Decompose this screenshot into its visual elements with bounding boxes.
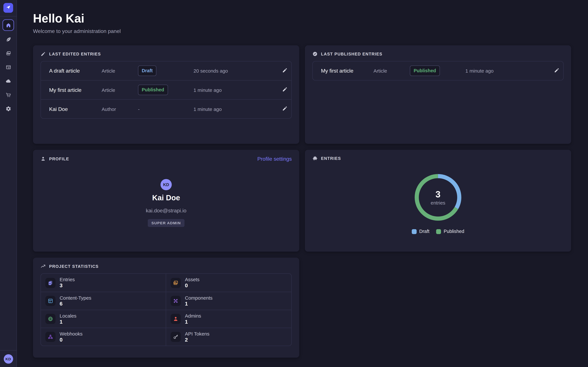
profile-settings-link[interactable]: Profile settings (257, 156, 292, 162)
stat-cell: Assets 0 (166, 274, 291, 292)
last-edited-entries-header: LAST EDITED ENTRIES (41, 51, 292, 57)
last-published-entries-table: My first article Article Published 1 min… (312, 61, 564, 80)
sidebar-nav (3, 19, 14, 114)
status-badge: Published (410, 66, 440, 76)
check-circle-icon (312, 51, 318, 57)
stat-cell: Content-Types 6 (41, 292, 166, 310)
sidebar-item-content-type-builder[interactable] (3, 62, 13, 72)
trend-up-icon (41, 264, 46, 269)
stat-cell: Admins 1 (166, 310, 291, 328)
empty-grid-cell (305, 258, 571, 358)
project-statistics-title: PROJECT STATISTICS (49, 264, 99, 269)
layout-grid-icon (48, 298, 53, 304)
entry-time: 1 minute ago (465, 68, 549, 74)
stat-label: Locales (60, 313, 77, 318)
entry-type: Article (373, 68, 410, 74)
entry-row[interactable]: A draft article Article Draft 20 seconds… (41, 61, 291, 80)
stat-value: 1 (185, 318, 201, 325)
stat-label: Entries (60, 277, 75, 282)
user-avatar[interactable]: KD (4, 354, 13, 364)
stat-icon-tile (171, 332, 181, 342)
published-swatch (436, 229, 441, 234)
entry-row[interactable]: My first article Article Published 1 min… (41, 80, 291, 99)
entry-status-cell: - (138, 106, 194, 112)
layout-icon (5, 64, 11, 70)
last-published-entries-header: LAST PUBLISHED ENTRIES (312, 51, 564, 57)
entries-header: ENTRIES (312, 156, 564, 161)
cart-icon (5, 92, 11, 98)
gear-icon (5, 106, 11, 111)
profile-name: Kai Doe (152, 194, 180, 202)
edit-entry-button[interactable] (277, 86, 288, 93)
entry-name: My first article (49, 87, 102, 93)
home-icon (5, 22, 11, 28)
strapi-logo-icon (5, 4, 11, 12)
project-statistics-card: PROJECT STATISTICS Entries 3 Assets 0 Co… (33, 258, 299, 358)
profile-email: kai.doe@strapi.io (146, 208, 187, 214)
status-badge: Draft (138, 66, 156, 76)
strapi-admin-dashboard: KD Hello Kai Welcome to your administrat… (0, 0, 588, 367)
entries-count-unit: entries (431, 200, 445, 205)
last-edited-entries-table: A draft article Article Draft 20 seconds… (41, 61, 292, 119)
legend-draft-label: Draft (419, 229, 429, 234)
entries-count: 3 (435, 189, 441, 199)
stat-cell: Locales 1 (41, 310, 166, 328)
globe-icon (48, 316, 53, 322)
entries-title: ENTRIES (321, 156, 341, 161)
edit-entry-button[interactable] (549, 67, 559, 74)
stat-value: 0 (185, 282, 199, 289)
edit-entry-button[interactable] (277, 106, 288, 112)
documents-icon (48, 280, 53, 285)
profile-card: PROFILE Profile settings KD Kai Doe kai.… (33, 150, 299, 251)
project-statistics-table: Entries 3 Assets 0 Content-Types 6 Compo… (41, 273, 292, 346)
entry-type: Article (102, 87, 138, 93)
pencil-icon (554, 67, 559, 74)
stat-cell: API Tokens 2 (166, 328, 291, 346)
sidebar-item-settings[interactable] (3, 103, 13, 114)
entry-row[interactable]: My first article Article Published 1 min… (313, 61, 563, 80)
stat-value: 1 (60, 318, 77, 325)
main-content: Hello Kai Welcome to your administration… (17, 0, 588, 367)
stat-value: 2 (185, 336, 209, 343)
sidebar-item-cloud[interactable] (3, 76, 13, 86)
project-statistics-header: PROJECT STATISTICS (41, 264, 292, 269)
stat-label: Components (185, 295, 213, 300)
sidebar-bottom: KD (0, 350, 17, 367)
legend-item-published: Published (436, 229, 464, 234)
legend-item-draft: Draft (412, 229, 429, 234)
strapi-logo[interactable] (3, 3, 13, 13)
stat-value: 1 (185, 300, 213, 307)
key-icon (173, 334, 178, 340)
sidebar-item-home[interactable] (3, 19, 14, 31)
last-published-entries-card: LAST PUBLISHED ENTRIES My first article … (305, 45, 571, 144)
stat-label: Admins (185, 313, 201, 318)
page-subtitle: Welcome to your administration panel (33, 28, 571, 34)
sidebar-divider (0, 16, 17, 17)
pictures-icon (5, 50, 11, 56)
stat-icon-tile (171, 314, 181, 324)
sidebar-item-content-manager[interactable] (3, 34, 13, 44)
edit-entry-button[interactable] (277, 67, 288, 74)
stat-icon-tile (45, 278, 56, 288)
components-icon (173, 298, 178, 304)
donut-center-label: 3 entries (414, 174, 462, 221)
profile-header: PROFILE (41, 156, 69, 161)
stat-label: Content-Types (60, 295, 91, 300)
sidebar-item-media-library[interactable] (3, 48, 13, 58)
stat-cell: Entries 3 (41, 274, 166, 292)
user-icon (173, 316, 178, 322)
entry-type: Article (102, 68, 138, 74)
stat-cell: Components 1 (166, 292, 291, 310)
last-edited-entries-card: LAST EDITED ENTRIES A draft article Arti… (33, 45, 299, 144)
stat-icon-tile (45, 332, 56, 342)
pencil-icon (282, 106, 288, 112)
entry-name: Kai Doe (49, 106, 102, 112)
entry-status-cell: Draft (138, 66, 194, 76)
sidebar-divider-bottom (0, 350, 17, 350)
draft-swatch (412, 229, 417, 234)
legend-published-label: Published (444, 229, 464, 234)
stat-label: Assets (185, 277, 199, 282)
sidebar-item-marketplace[interactable] (3, 90, 13, 100)
entry-row[interactable]: Kai Doe Author - 1 minute ago (41, 99, 291, 118)
last-edited-entries-title: LAST EDITED ENTRIES (49, 52, 101, 56)
